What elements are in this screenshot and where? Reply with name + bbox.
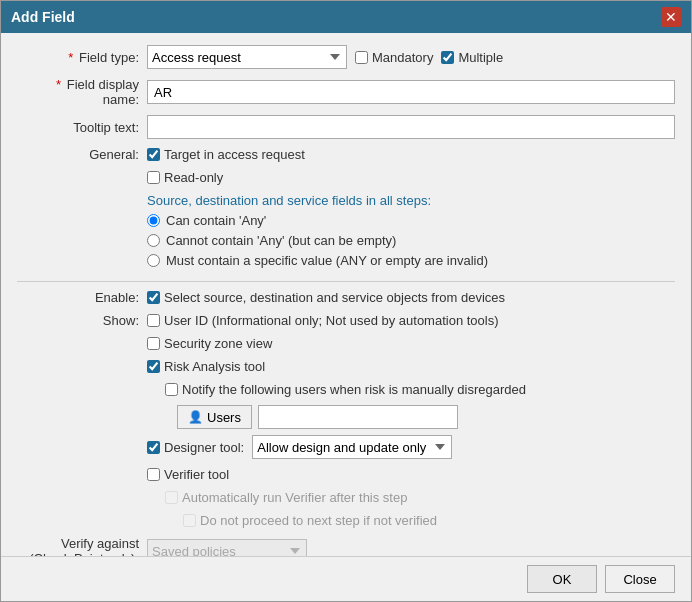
designer-checkbox[interactable] — [147, 441, 160, 454]
field-type-controls: Access request Mandatory Multiple — [147, 45, 503, 69]
radio-cannot-contain-input[interactable] — [147, 234, 160, 247]
show-seczone-checkbox[interactable] — [147, 337, 160, 350]
radio-group: Can contain 'Any' Cannot contain 'Any' (… — [147, 213, 488, 268]
designer-tool-row: Designer tool: Allow design and update o… — [17, 435, 675, 459]
users-button[interactable]: 👤 Users — [177, 405, 252, 429]
mandatory-checkbox[interactable] — [355, 51, 368, 64]
dialog-title: Add Field — [11, 9, 75, 25]
readonly-checkbox[interactable] — [147, 171, 160, 184]
source-section-row: Source, destination and service fields i… — [17, 193, 675, 273]
radio-must-contain-input[interactable] — [147, 254, 160, 267]
general-row: General: Target in access request — [17, 147, 675, 162]
field-display-name-input[interactable] — [147, 80, 675, 104]
tooltip-text-input[interactable] — [147, 115, 675, 139]
show-seczone-label: Security zone view — [147, 336, 272, 351]
required-star2: * — [56, 77, 61, 92]
show-security-zone-row: Security zone view — [17, 336, 675, 351]
enable-label: Enable: — [17, 290, 147, 305]
designer-controls: Designer tool: Allow design and update o… — [147, 435, 452, 459]
show-label: Show: — [17, 313, 147, 328]
add-field-dialog: Add Field ✕ * Field type: Access request… — [0, 0, 692, 602]
target-checkbox-label: Target in access request — [147, 147, 305, 162]
do-not-proceed-checkbox[interactable] — [183, 514, 196, 527]
dialog-body: * Field type: Access request Mandatory M… — [1, 33, 691, 556]
show-risk-label: Risk Analysis tool — [147, 359, 265, 374]
field-display-name-label: * Field display name: — [17, 77, 147, 107]
mandatory-checkbox-label: Mandatory — [355, 50, 433, 65]
do-not-proceed-row: Do not proceed to next step if not verif… — [17, 513, 675, 528]
verify-against-label: Verify against (Check Point only): — [17, 536, 147, 556]
radio-cannot-contain: Cannot contain 'Any' (but can be empty) — [147, 233, 488, 248]
multiple-checkbox-label: Multiple — [441, 50, 503, 65]
users-input[interactable] — [258, 405, 458, 429]
close-footer-button[interactable]: Close — [605, 565, 675, 593]
enable-checkbox-label: Select source, destination and service o… — [147, 290, 505, 305]
verifier-checkbox[interactable] — [147, 468, 160, 481]
multiple-checkbox[interactable] — [441, 51, 454, 64]
show-risk-checkbox[interactable] — [147, 360, 160, 373]
target-checkbox[interactable] — [147, 148, 160, 161]
verify-against-row: Verify against (Check Point only): Saved… — [17, 536, 675, 556]
source-section: Source, destination and service fields i… — [147, 193, 488, 273]
enable-row: Enable: Select source, destination and s… — [17, 290, 675, 305]
radio-can-contain: Can contain 'Any' — [147, 213, 488, 228]
source-section-title: Source, destination and service fields i… — [147, 193, 488, 208]
tooltip-text-row: Tooltip text: — [17, 115, 675, 139]
readonly-checkbox-label: Read-only — [147, 170, 223, 185]
close-button[interactable]: ✕ — [661, 7, 681, 27]
tooltip-text-label: Tooltip text: — [17, 120, 147, 135]
field-type-label: * Field type: — [17, 50, 147, 65]
verifier-tool-row: Verifier tool — [17, 467, 675, 482]
field-type-row: * Field type: Access request Mandatory M… — [17, 45, 675, 69]
notify-row: Notify the following users when risk is … — [17, 382, 675, 397]
readonly-row: Read-only — [17, 170, 675, 185]
enable-checkbox[interactable] — [147, 291, 160, 304]
users-row: 👤 Users — [177, 405, 675, 429]
auto-run-checkbox[interactable] — [165, 491, 178, 504]
verifier-checkbox-label: Verifier tool — [147, 467, 229, 482]
users-icon: 👤 — [188, 410, 203, 424]
general-label: General: — [17, 147, 147, 162]
title-bar: Add Field ✕ — [1, 1, 691, 33]
auto-run-row: Automatically run Verifier after this st… — [17, 490, 675, 505]
verify-against-select[interactable]: Saved policies — [147, 539, 307, 556]
show-userid-checkbox[interactable] — [147, 314, 160, 327]
field-display-name-row: * Field display name: — [17, 77, 675, 107]
show-risk-analysis-row: Risk Analysis tool — [17, 359, 675, 374]
auto-run-label: Automatically run Verifier after this st… — [165, 490, 407, 505]
required-star: * — [68, 50, 73, 65]
designer-select[interactable]: Allow design and update only — [252, 435, 452, 459]
do-not-proceed-label: Do not proceed to next step if not verif… — [183, 513, 437, 528]
notify-checkbox[interactable] — [165, 383, 178, 396]
radio-must-contain: Must contain a specific value (ANY or em… — [147, 253, 488, 268]
field-type-select[interactable]: Access request — [147, 45, 347, 69]
divider — [17, 281, 675, 282]
ok-button[interactable]: OK — [527, 565, 597, 593]
dialog-footer: OK Close — [1, 556, 691, 601]
designer-checkbox-label: Designer tool: — [147, 440, 244, 455]
notify-checkbox-label: Notify the following users when risk is … — [165, 382, 526, 397]
show-user-id-row: Show: User ID (Informational only; Not u… — [17, 313, 675, 328]
radio-can-contain-input[interactable] — [147, 214, 160, 227]
show-userid-label: User ID (Informational only; Not used by… — [147, 313, 499, 328]
